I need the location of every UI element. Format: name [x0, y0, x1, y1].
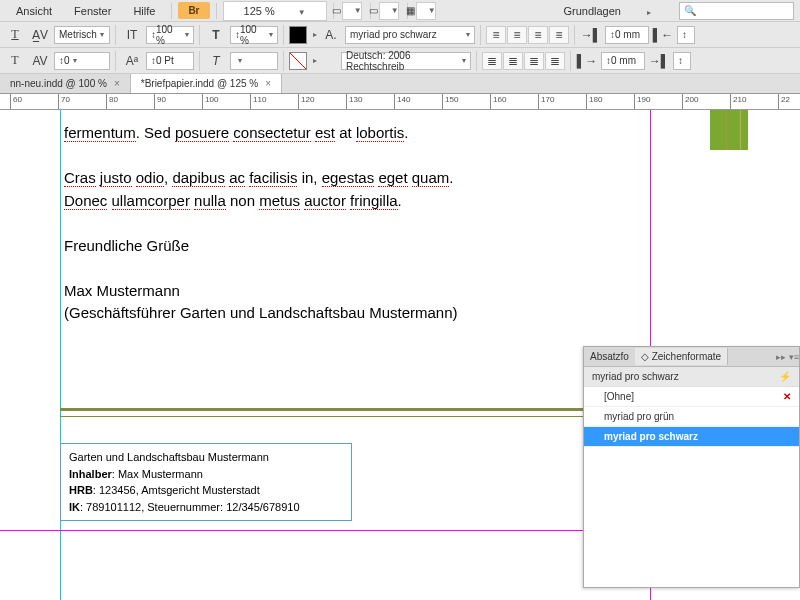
justify-a-icon[interactable]: ≣: [482, 52, 502, 70]
tracking-icon[interactable]: AV: [29, 51, 51, 71]
fill-swatch[interactable]: [289, 26, 307, 44]
indent-first-field[interactable]: ↕: [677, 26, 695, 44]
panel-collapse-icon[interactable]: ▸▸: [776, 352, 786, 362]
indent-left-icon[interactable]: →▌: [580, 25, 602, 45]
language-field[interactable]: Deutsch: 2006 Rechtschreib▾: [341, 52, 471, 70]
style-list: [Ohne]✕ myriad pro grün myriad pro schwa…: [584, 387, 799, 587]
skew-field[interactable]: ▾: [230, 52, 278, 70]
kerning-select[interactable]: Metrisch▾: [54, 26, 110, 44]
workspace-selector[interactable]: Grundlagen ▸: [543, 2, 671, 20]
current-style-row: myriad pro schwarz ⚡: [584, 367, 799, 387]
skew-icon[interactable]: T: [205, 51, 227, 71]
baseline-field[interactable]: ↕ 0 Pt: [146, 52, 194, 70]
kerning-icon[interactable]: A̲V: [29, 25, 51, 45]
hscale-field[interactable]: ↕ 100 %▾: [230, 26, 278, 44]
footer-text-frame[interactable]: Garten und Landschaftsbau Mustermann Inh…: [60, 443, 352, 521]
green-block: [710, 110, 748, 150]
indent-last-icon[interactable]: →▌: [648, 51, 670, 71]
style-item-green[interactable]: myriad pro grün: [584, 407, 799, 427]
stroke-none-swatch[interactable]: [289, 52, 307, 70]
justify-b-icon[interactable]: ≣: [503, 52, 523, 70]
align-right-icon[interactable]: ≡: [528, 26, 548, 44]
vscale-icon[interactable]: IT: [121, 25, 143, 45]
body-text[interactable]: fermentum. Sed posuere consectetur est a…: [64, 122, 458, 325]
override-icon[interactable]: ⚡: [779, 371, 791, 382]
justify-c-icon[interactable]: ≣: [524, 52, 544, 70]
menu-window[interactable]: Fenster: [64, 2, 121, 20]
panel-tabbar: Absatzfo ◇ Zeichenformate ▸▸▾≡: [584, 347, 799, 367]
vscale-field[interactable]: ↕ 100 %▾: [146, 26, 194, 44]
charstyle-field[interactable]: myriad pro schwarz▾: [345, 26, 475, 44]
indent-first-icon[interactable]: ▌←: [652, 25, 674, 45]
doc-tab-2[interactable]: *Briefpapier.indd @ 125 %×: [131, 74, 282, 93]
doc-tab-1[interactable]: nn-neu.indd @ 100 %×: [0, 74, 131, 93]
close-icon[interactable]: ×: [114, 78, 120, 89]
indent-left-field[interactable]: ↕0 mm: [605, 26, 649, 44]
style-item-black[interactable]: myriad pro schwarz: [584, 427, 799, 447]
guide-vertical[interactable]: [60, 110, 61, 600]
clear-override-icon[interactable]: ✕: [783, 391, 791, 402]
close-icon[interactable]: ×: [265, 78, 271, 89]
document-tabbar: nn-neu.indd @ 100 %× *Briefpapier.indd @…: [0, 74, 800, 94]
align-center-icon[interactable]: ≡: [507, 26, 527, 44]
character-styles-panel[interactable]: Absatzfo ◇ Zeichenformate ▸▸▾≡ myriad pr…: [583, 346, 800, 588]
panel-tab-character[interactable]: ◇ Zeichenformate: [635, 348, 728, 365]
justify-group: ≣ ≣ ≣ ≣: [482, 52, 565, 70]
baseline-icon[interactable]: Aª: [121, 51, 143, 71]
bridge-button[interactable]: Br: [178, 2, 209, 19]
tracking-field[interactable]: ↕ 0▾: [54, 52, 110, 70]
char-icon[interactable]: T: [4, 25, 26, 45]
para-icon[interactable]: T: [4, 51, 26, 71]
align-group: ≡ ≡ ≡ ≡: [486, 26, 569, 44]
panel-tab-paragraph[interactable]: Absatzfo: [584, 348, 635, 365]
indent-right-field[interactable]: ↕0 mm: [601, 52, 645, 70]
indent-right-icon[interactable]: ▌→: [576, 51, 598, 71]
menu-bar: Ansicht Fenster Hilfe Br 125 %▼ ▭▼ ▭▼ ▦▼…: [0, 0, 800, 22]
align-justify-icon[interactable]: ≡: [549, 26, 569, 44]
justify-d-icon[interactable]: ≣: [545, 52, 565, 70]
menu-view[interactable]: Ansicht: [6, 2, 62, 20]
view-mode-icon[interactable]: ▭▼: [342, 2, 362, 20]
control-panel-row2: T AV ↕ 0▾ Aª ↕ 0 Pt T ▾ ▸ Deutsch: 2006 …: [0, 48, 800, 74]
align-left-icon[interactable]: ≡: [486, 26, 506, 44]
zoom-level[interactable]: 125 %▼: [223, 1, 327, 21]
document-canvas[interactable]: fermentum. Sed posuere consectetur est a…: [0, 110, 800, 600]
brown-stripe: [726, 110, 727, 150]
brown-stripe-2: [740, 110, 741, 150]
charstyle-icon: A.: [320, 25, 342, 45]
control-panel-row1: T A̲V Metrisch▾ IT ↕ 100 %▾ T ↕ 100 %▾ ▸…: [0, 22, 800, 48]
hscale-icon[interactable]: T: [205, 25, 227, 45]
panel-empty-area: [584, 447, 799, 587]
search-input[interactable]: [679, 2, 794, 20]
menu-help[interactable]: Hilfe: [123, 2, 165, 20]
horizontal-ruler[interactable]: 60 70 80 90 100 110 120 130 140 150 160 …: [0, 94, 800, 110]
screen-mode-icon[interactable]: ▭▼: [379, 2, 399, 20]
indent-last-field[interactable]: ↕: [673, 52, 691, 70]
arrange-icon[interactable]: ▦▼: [416, 2, 436, 20]
panel-menu-icon[interactable]: ▾≡: [789, 352, 799, 362]
style-none[interactable]: [Ohne]✕: [584, 387, 799, 407]
